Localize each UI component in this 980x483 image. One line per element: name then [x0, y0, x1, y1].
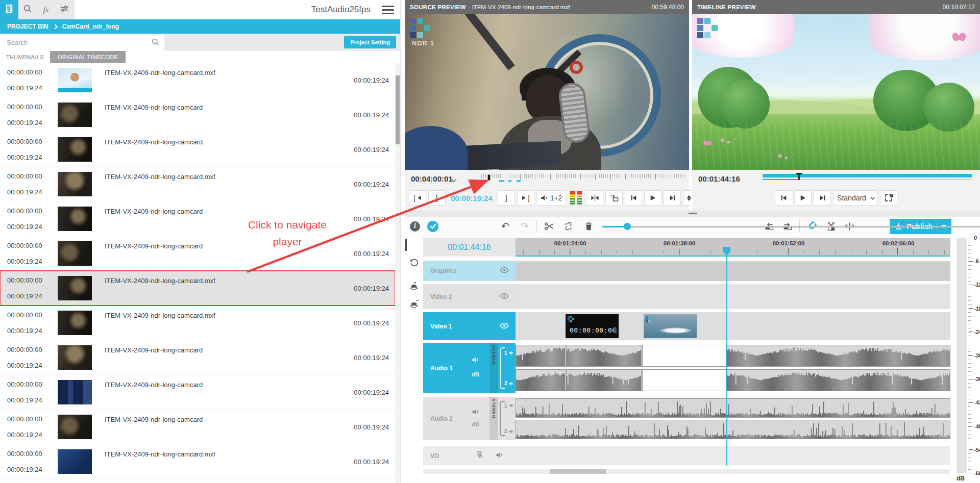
delete-button[interactable] [582, 220, 595, 233]
timeline-progress-bar[interactable] [763, 174, 972, 182]
list-item[interactable]: 00:00:00:00 00:00:19:24 ITEM-VX-2409-ndr… [0, 97, 395, 132]
track-content-graphics[interactable] [516, 261, 950, 281]
fullscreen-button[interactable] [880, 190, 897, 206]
eye-icon[interactable] [499, 266, 509, 275]
list-item[interactable]: 00:00:00:00 00:00:19:24 ITEM-VX-2409-ndr… [0, 236, 395, 271]
info-icon[interactable] [410, 221, 420, 232]
list-item[interactable]: 00:00:00:00 00:00:19:24 ITEM-VX-2409-ndr… [0, 410, 395, 444]
speaker-icon[interactable] [472, 356, 480, 366]
play-button[interactable] [794, 190, 812, 206]
speaker-icon[interactable] [496, 451, 504, 461]
tab-thumbnails[interactable]: THUMBNAILS [0, 51, 50, 63]
next-frame-button[interactable] [664, 190, 681, 206]
bin-scrollbar[interactable] [395, 63, 400, 483]
channel-2[interactable]: 2 [504, 428, 514, 434]
previous-frame-button[interactable] [775, 190, 792, 206]
audio-clip-silent[interactable] [642, 345, 726, 367]
hamburger-menu-icon[interactable] [382, 4, 394, 15]
autosave-check-icon[interactable] [427, 221, 438, 232]
eye-icon[interactable] [499, 322, 509, 331]
audio-clip[interactable] [727, 345, 950, 367]
db-toggle[interactable]: dB [472, 371, 479, 377]
track-header-vo[interactable]: VO [423, 446, 516, 465]
overwrite-button[interactable] [605, 190, 623, 206]
zoom-slider-knob[interactable] [624, 223, 631, 230]
track-header-audio1[interactable]: Audio 1 dB STEREO 1 2 [423, 343, 516, 393]
search-tab[interactable] [18, 0, 37, 19]
search-input[interactable] [0, 34, 164, 51]
list-item[interactable]: 00:00:00:00 00:00:19:24 ITEM-VX-2409-ndr… [0, 444, 395, 479]
add-track-button[interactable] [408, 279, 420, 292]
source-scrubber[interactable] [475, 174, 685, 183]
list-item[interactable]: 00:00:00:00 00:00:19:24 ITEM-VX-2409-ndr… [0, 132, 395, 167]
timeline-video-frame[interactable] [692, 14, 980, 170]
search-icon[interactable] [151, 38, 160, 48]
track-content-video2[interactable] [516, 284, 950, 309]
track-header-audio2[interactable]: Audio 2 dB STEREO 1 2 [423, 397, 516, 440]
track-header-graphics[interactable]: Graphics [423, 261, 516, 281]
audio-clip[interactable] [516, 420, 950, 439]
effects-tab[interactable]: fx [37, 0, 55, 19]
channel-2[interactable]: 2 [504, 380, 514, 386]
audio1-channel1-lane[interactable] [516, 345, 950, 367]
settings-tab[interactable] [55, 0, 74, 19]
undo-button[interactable]: ↶ [499, 220, 512, 233]
quality-select[interactable]: Standard [833, 190, 878, 206]
track-content-video1[interactable]: 00:00:00:00 [516, 312, 950, 340]
go-to-in-button[interactable]: [ [409, 190, 426, 206]
track-header-video2[interactable]: Video 2 [423, 284, 516, 309]
reset-zoom-button[interactable] [408, 256, 420, 268]
timeline-timecode-display[interactable]: 00:01:44:16 [423, 238, 516, 257]
timeline-scrollbar-thumb[interactable] [550, 469, 606, 474]
mic-muted-icon[interactable] [476, 450, 484, 461]
timeline-zoom-slider[interactable] [602, 223, 755, 230]
list-item[interactable]: 00:00:00:00 00:00:19:24 ITEM-VX-2409-ndr… [0, 271, 395, 306]
remove-track-button[interactable] [408, 297, 420, 310]
unlink-button[interactable] [561, 220, 575, 233]
list-item[interactable]: 00:00:00:00 00:00:19:24 ITEM-VX-2409-ndr… [0, 201, 395, 236]
timeline-ruler[interactable]: 00:01:24:00 00:01:38:00 00:01:52:00 00:0… [516, 238, 950, 257]
list-item[interactable]: 00:00:00:00 00:00:19:24 ITEM-VX-2409-ndr… [0, 340, 395, 375]
audio-clip[interactable] [516, 345, 566, 367]
list-item[interactable]: 00:00:00:00 00:00:19:24 ITEM-VX-2409-ndr… [0, 167, 395, 201]
mark-in-button[interactable]: [ [428, 190, 446, 206]
timeline-progress-playhead[interactable] [798, 173, 800, 180]
timeline-vertical-scrollbar[interactable] [405, 239, 407, 251]
track-content-vo[interactable] [516, 446, 950, 465]
audio-clip-silent[interactable] [642, 369, 726, 391]
track-header-video1[interactable]: Video 1 [423, 312, 516, 340]
audio-clip[interactable] [727, 369, 950, 391]
project-setting-button[interactable]: Project Setting [344, 36, 396, 48]
audio-clip[interactable] [516, 398, 950, 418]
audio-channels-button[interactable]: 1+2 [536, 190, 567, 206]
channel-1[interactable]: 1 [504, 403, 514, 409]
mark-out-button[interactable]: ] [498, 190, 515, 206]
video-clip-ocean[interactable] [644, 314, 697, 338]
tab-original-timecode[interactable]: ORIGINAL TIMECODE [50, 51, 126, 63]
bin-scrollbar-thumb[interactable] [396, 75, 400, 144]
timeline-horizontal-scrollbar[interactable] [423, 469, 950, 474]
audio-clip[interactable] [566, 369, 642, 391]
redo-button[interactable]: ↷ [518, 220, 531, 233]
next-frame-button[interactable] [814, 190, 831, 206]
breadcrumb-root[interactable]: PROJECT BIN [7, 23, 48, 30]
video-clip-countdown[interactable]: 00:00:00:00 [566, 314, 619, 338]
source-video-frame[interactable]: NDR 1 [405, 14, 689, 170]
list-item[interactable]: 00:00:00:00 00:00:19:24 ITEM-VX-2409-ndr… [0, 306, 395, 340]
audio-clip[interactable] [566, 345, 642, 367]
resize-handle[interactable] [689, 213, 697, 214]
cut-button[interactable] [542, 220, 555, 233]
trim-mode-button[interactable] [586, 190, 603, 206]
list-item[interactable]: 00:00:00:00 00:00:19:24 ITEM-VX-2409-ndr… [0, 63, 395, 97]
list-item[interactable]: 00:00:00:00 00:00:19:24 ITEM-VX-2409-ndr… [0, 375, 395, 410]
previous-frame-button[interactable] [625, 190, 642, 206]
audio2-channel2-lane[interactable] [516, 420, 950, 439]
speaker-icon[interactable] [472, 408, 480, 418]
channel-1[interactable]: 1 [504, 350, 514, 356]
media-bin-tab[interactable] [0, 0, 18, 19]
eye-icon[interactable] [499, 292, 509, 301]
audio-clip[interactable] [516, 369, 566, 391]
audio2-channel1-lane[interactable] [516, 398, 950, 418]
audio1-channel2-lane[interactable] [516, 369, 950, 391]
source-playhead[interactable] [487, 174, 491, 181]
